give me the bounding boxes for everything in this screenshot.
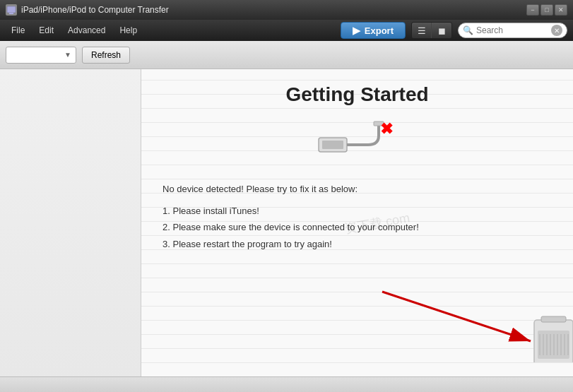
device-select[interactable]: ▼ xyxy=(6,47,76,64)
menu-advanced[interactable]: Advanced xyxy=(62,23,111,38)
arrow-connector-graphic xyxy=(361,278,573,362)
title-bar: iPad/iPhone/iPod to Computer Transfer − … xyxy=(0,0,573,20)
instruction-item-3: Please restart the program to try again! xyxy=(163,236,552,252)
minimize-button[interactable]: − xyxy=(526,4,539,16)
restore-button[interactable]: □ xyxy=(540,4,553,16)
no-device-text: No device detected! Please try to fix it… xyxy=(163,184,552,194)
toolbar: ▼ Refresh xyxy=(0,41,573,69)
refresh-button[interactable]: Refresh xyxy=(82,47,130,64)
instruction-item-2: Please make sure the device is connected… xyxy=(163,219,552,235)
main-layout: Getting Started ✖ 资下载.com No d xyxy=(0,69,573,376)
search-icon: 🔍 xyxy=(463,25,473,35)
arrow-svg xyxy=(361,278,573,362)
grid-view-button[interactable]: ◼ xyxy=(432,23,451,38)
menu-bar: File Edit Advanced Help ▶ Export ☰ ◼ 🔍 ✕ xyxy=(0,20,573,41)
instructions-list: Please install iTunes! Please make sure … xyxy=(163,203,552,252)
list-view-icon: ☰ xyxy=(418,25,426,36)
instruction-item-1: Please install iTunes! xyxy=(163,203,552,219)
close-button[interactable]: ✕ xyxy=(555,4,567,16)
search-input[interactable] xyxy=(476,25,547,35)
grid-view-icon: ◼ xyxy=(438,25,446,36)
menu-edit[interactable]: Edit xyxy=(33,23,59,38)
device-select-value xyxy=(11,50,13,60)
menu-help[interactable]: Help xyxy=(114,23,143,38)
export-icon: ▶ xyxy=(353,25,360,36)
sidebar xyxy=(0,69,141,376)
page-title: Getting Started xyxy=(163,83,552,106)
export-label: Export xyxy=(365,25,394,36)
list-view-button[interactable]: ☰ xyxy=(412,23,432,38)
window-title: iPad/iPhone/iPod to Computer Transfer xyxy=(21,5,526,15)
search-bar: 🔍 ✕ xyxy=(458,23,567,38)
error-x-icon: ✖ xyxy=(380,120,393,138)
svg-rect-8 xyxy=(541,316,566,322)
svg-rect-0 xyxy=(7,6,16,13)
usb-cable-graphic: ✖ xyxy=(315,120,400,170)
menu-file[interactable]: File xyxy=(6,23,30,38)
device-illustration: ✖ xyxy=(163,120,552,170)
app-icon xyxy=(6,4,17,16)
export-button[interactable]: ▶ Export xyxy=(341,22,406,39)
dropdown-arrow-icon: ▼ xyxy=(64,51,71,59)
svg-rect-1 xyxy=(9,13,13,14)
svg-rect-3 xyxy=(322,141,343,149)
search-clear-button[interactable]: ✕ xyxy=(551,25,562,36)
menu-bar-right: ▶ Export ☰ ◼ 🔍 ✕ xyxy=(341,22,567,39)
status-bar xyxy=(0,376,573,392)
view-toggle: ☰ ◼ xyxy=(411,22,452,39)
content-area: Getting Started ✖ 资下载.com No d xyxy=(141,69,573,376)
window-controls: − □ ✕ xyxy=(526,4,567,16)
